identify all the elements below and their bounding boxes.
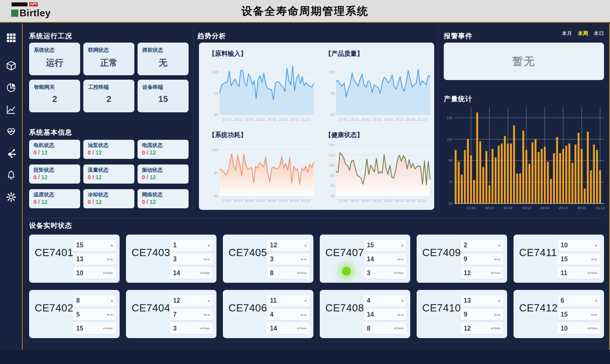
device-value-row: 13 N·m bbox=[73, 254, 116, 265]
divider-horizontal-devices bbox=[27, 218, 604, 218]
svg-text:18:43: 18:43 bbox=[504, 206, 513, 210]
device-card[interactable]: CE7412 6 A 15 N·m 10 m³/min bbox=[514, 290, 604, 338]
device-unit: N·m bbox=[397, 258, 403, 261]
info-card: 电机状态 0 / 12 bbox=[29, 140, 80, 159]
svg-text:70: 70 bbox=[331, 92, 335, 96]
svg-text:18:43: 18:43 bbox=[361, 117, 370, 121]
device-unit: m³/min bbox=[103, 271, 113, 275]
pie-chart-icon bbox=[6, 82, 16, 93]
chart-cell-product-quality: 【产品质量】 120702017:4318:1318:4319:1319:432… bbox=[317, 45, 433, 126]
chart-cell-health-status: 【健康状态】 14012010080604017:4318:1318:4319:… bbox=[317, 126, 433, 207]
device-unit: m³/min bbox=[297, 327, 307, 330]
sidebar-heart-pulse-button[interactable] bbox=[3, 123, 19, 139]
device-values: 12 A 3 N·m 8 m³/min bbox=[267, 240, 309, 279]
alarm-tab[interactable]: 本月 bbox=[562, 30, 572, 37]
status-card-label: 联网状态 bbox=[88, 47, 130, 54]
device-value: 3 bbox=[270, 256, 274, 263]
device-card[interactable]: CE7411 10 A 15 N·m 11 m³/min bbox=[514, 235, 604, 283]
device-value-row: 15 A bbox=[364, 240, 406, 251]
info-card: 振动状态 0 / 12 bbox=[138, 164, 189, 184]
device-value-row: 3 m³/min bbox=[170, 323, 213, 334]
device-value-row: 3 N·m bbox=[170, 254, 213, 265]
info-card: 冷却状态 0 / 12 bbox=[83, 189, 134, 208]
info-card: 流量状态 0 / 12 bbox=[83, 164, 134, 184]
device-value-row: 14 m³/min bbox=[170, 267, 213, 279]
device-values: 6 A 15 N·m 10 m³/min bbox=[558, 295, 600, 334]
device-card[interactable]: CE7405 12 A 3 N·m 8 m³/min bbox=[223, 235, 313, 283]
device-name: CE7405 bbox=[228, 247, 267, 279]
page-title: 设备全寿命周期管理系统 bbox=[0, 4, 610, 18]
device-value: 9 bbox=[464, 256, 467, 263]
device-name: CE7402 bbox=[35, 302, 73, 334]
device-value-row: 13 A bbox=[461, 295, 503, 307]
svg-text:18:43: 18:43 bbox=[361, 199, 370, 203]
device-unit: m³/min bbox=[491, 327, 500, 330]
svg-text:70: 70 bbox=[214, 92, 218, 96]
svg-text:130: 130 bbox=[447, 116, 453, 120]
device-value-row: 11 A bbox=[267, 295, 309, 307]
device-name: CE7403 bbox=[132, 247, 170, 279]
device-unit: A bbox=[305, 244, 307, 247]
status-card-value: 运行 bbox=[34, 57, 75, 69]
sidebar-gear-button[interactable] bbox=[3, 189, 19, 205]
status-card-value: 2 bbox=[88, 94, 130, 104]
device-card[interactable]: CE7409 2 A 9 N·m 12 m³/min bbox=[417, 235, 507, 283]
sidebar-bell-button[interactable] bbox=[3, 167, 19, 183]
info-card-error-count: 0 / bbox=[88, 149, 95, 156]
device-unit: A bbox=[111, 244, 113, 247]
device-value: 1 bbox=[173, 242, 177, 249]
svg-text:20:13: 20:13 bbox=[395, 117, 404, 121]
device-value-row: 12 A bbox=[170, 295, 213, 307]
device-card[interactable]: CE7408 4 A 14 N·m 8 m³/min bbox=[320, 290, 410, 338]
apps-grid-icon bbox=[6, 33, 16, 43]
device-values: 8 A 5 N·m 15 m³/min bbox=[73, 295, 116, 334]
device-value-row: 15 N·m bbox=[558, 254, 600, 265]
device-value-row: 3 N·m bbox=[267, 254, 309, 265]
info-card: 油泵状态 0 / 12 bbox=[83, 140, 134, 159]
info-card: 电流状态 0 / 12 bbox=[138, 140, 189, 159]
sidebar-pie-chart-button[interactable] bbox=[3, 80, 19, 96]
info-card-label: 振动状态 bbox=[142, 166, 184, 174]
device-card[interactable]: CE7404 12 A 7 N·m 3 m³/min bbox=[126, 290, 216, 338]
device-value-row: 14 N·m bbox=[364, 254, 406, 265]
sidebar-apps-grid-button[interactable] bbox=[3, 30, 19, 46]
info-card-label: 温度状态 bbox=[33, 191, 76, 198]
device-unit: N·m bbox=[494, 313, 500, 317]
device-value: 12 bbox=[270, 242, 277, 249]
svg-text:60: 60 bbox=[331, 184, 335, 188]
device-card[interactable]: CE7406 11 A 4 N·m 14 m³/min bbox=[223, 290, 313, 338]
alarm-empty-text: 暂无 bbox=[512, 54, 535, 68]
alarm-tab[interactable]: 本日 bbox=[594, 30, 604, 37]
alarm-tab[interactable]: 本周 bbox=[578, 30, 588, 37]
device-value-row: 10 A bbox=[558, 240, 600, 251]
device-card[interactable]: CE7403 1 A 3 N·m 14 m³/min bbox=[126, 235, 216, 283]
device-name: CE7410 bbox=[422, 302, 461, 334]
raw-input-line-chart: 120702017:4318:1318:4319:1319:4320:1320:… bbox=[209, 60, 317, 123]
device-card[interactable]: CE7401 15 A 13 N·m 10 m³/min bbox=[29, 235, 120, 283]
status-card-label: 智能网关 bbox=[34, 84, 75, 91]
svg-text:19:43: 19:43 bbox=[384, 199, 393, 203]
sidebar-line-chart-button[interactable] bbox=[3, 102, 19, 117]
svg-text:19:13: 19:13 bbox=[372, 117, 382, 121]
sidebar-network-button[interactable] bbox=[3, 145, 19, 161]
info-card-total-count: 12 bbox=[41, 149, 47, 156]
status-card: 授权状态 无 bbox=[138, 43, 189, 75]
health-status-line-chart: 14012010080604017:4318:1318:4319:1319:43… bbox=[325, 141, 433, 204]
section-title-trend: 趋势分析 bbox=[197, 31, 226, 41]
info-card-label: 流量状态 bbox=[88, 166, 130, 174]
device-unit: A bbox=[401, 244, 403, 247]
svg-text:17:43: 17:43 bbox=[466, 206, 476, 210]
device-card[interactable]: CE7407 15 A 14 N·m 3 m³/min bbox=[320, 235, 410, 283]
svg-text:21:13: 21:13 bbox=[596, 206, 605, 210]
device-value-row: 8 m³/min bbox=[267, 267, 309, 279]
device-unit: m³/min bbox=[200, 327, 210, 330]
info-card-error-count: 0 / bbox=[33, 199, 41, 205]
chart-cell-power-usage: 【系统功耗】 140904017:4318:1318:4319:1319:432… bbox=[201, 126, 317, 207]
svg-text:18:43: 18:43 bbox=[245, 199, 254, 203]
device-value: 14 bbox=[270, 325, 277, 332]
status-card-label: 工控终端 bbox=[88, 84, 130, 91]
device-card[interactable]: CE7410 13 A 9 N·m 12 m³/min bbox=[417, 290, 507, 338]
sidebar-cube-button[interactable] bbox=[3, 58, 19, 74]
device-card[interactable]: CE7402 8 A 5 N·m 15 m³/min bbox=[29, 290, 120, 338]
device-value: 4 bbox=[270, 311, 274, 318]
